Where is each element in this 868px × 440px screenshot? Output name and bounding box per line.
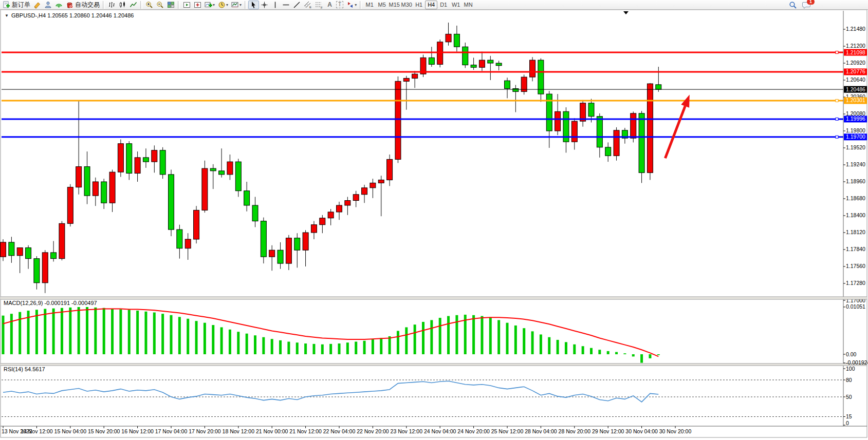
time-axis-label: 30 Nov 04:00 bbox=[625, 428, 658, 434]
price-axis-tick-label: 1.18120 bbox=[846, 229, 865, 235]
notifications-button[interactable]: 1 bbox=[801, 1, 812, 9]
pane-separator[interactable] bbox=[1, 364, 867, 366]
trendline-icon bbox=[293, 1, 301, 9]
candle-bull bbox=[202, 168, 208, 210]
candle-bear bbox=[244, 191, 250, 205]
time-axis-label: 25 Nov 12:00 bbox=[491, 428, 524, 434]
candle-bear bbox=[513, 88, 519, 91]
candle-bear bbox=[84, 167, 90, 196]
profile-button[interactable] bbox=[43, 1, 53, 9]
candle-bull bbox=[269, 250, 275, 257]
candle-bull bbox=[387, 159, 393, 180]
timeframe-h1-button[interactable]: H1 bbox=[413, 1, 425, 9]
zoom-out-button[interactable] bbox=[155, 1, 165, 9]
rsi-indicator-label: RSI(14) 54.5617 bbox=[4, 366, 45, 372]
timeframe-m15-button[interactable]: M15 bbox=[388, 1, 400, 9]
person-icon bbox=[44, 1, 52, 9]
timeframe-w1-button[interactable]: W1 bbox=[450, 1, 462, 9]
cursor-tool-button[interactable] bbox=[248, 1, 259, 9]
candle-bull bbox=[93, 182, 98, 196]
hline-handle[interactable] bbox=[836, 136, 838, 138]
candle-bull bbox=[395, 81, 401, 159]
add-indicator-button[interactable]: ▾ bbox=[203, 1, 216, 9]
time-axis-label: 16 Nov 12:00 bbox=[121, 428, 154, 434]
autotrade-button[interactable]: 自动交易 bbox=[64, 1, 101, 9]
hline-handle[interactable] bbox=[836, 51, 838, 54]
hline-handle[interactable] bbox=[836, 99, 838, 102]
candlestick-chart-button[interactable] bbox=[117, 1, 128, 9]
clock-icon bbox=[218, 1, 226, 9]
periods-button[interactable]: ▾ bbox=[216, 1, 230, 9]
line-chart-button[interactable] bbox=[128, 1, 139, 9]
text-label-tool-button[interactable]: T bbox=[335, 1, 345, 9]
signal-button[interactable] bbox=[53, 1, 64, 9]
hline-handle[interactable] bbox=[836, 118, 838, 120]
new-order-label: 新订单 bbox=[12, 1, 30, 9]
candle-bull bbox=[311, 225, 317, 233]
candle-bull bbox=[555, 111, 561, 131]
time-axis-label: 28 Nov 20:00 bbox=[559, 428, 591, 434]
search-button[interactable] bbox=[787, 1, 799, 9]
bar-chart-button[interactable] bbox=[106, 1, 117, 9]
arrows-tool-button[interactable]: ▾ bbox=[345, 1, 358, 9]
candle-bull bbox=[631, 113, 636, 138]
zoom-in-button[interactable] bbox=[144, 1, 155, 9]
candlestick-chart-icon bbox=[119, 1, 126, 9]
time-axis-label: 29 Nov 12:00 bbox=[592, 428, 624, 434]
tile-windows-icon bbox=[167, 1, 175, 9]
candle-bull bbox=[286, 238, 291, 264]
vertical-line-tool-button[interactable] bbox=[270, 1, 281, 9]
tile-windows-button[interactable] bbox=[165, 1, 176, 9]
candle-bull bbox=[67, 187, 73, 224]
price-axis-tick-label: 1.21480 bbox=[846, 26, 865, 32]
channel-tool-button[interactable]: E bbox=[302, 1, 313, 9]
terminal-window: 新订单 自动交易 bbox=[0, 0, 868, 440]
timeframe-h4-button[interactable]: H4 bbox=[425, 1, 437, 9]
search-icon bbox=[789, 1, 797, 9]
price-line-label: 1.20776 bbox=[846, 68, 865, 74]
candle-bear bbox=[235, 162, 241, 191]
timeframe-d1-button[interactable]: D1 bbox=[437, 1, 450, 9]
horizontal-line-tool-button[interactable] bbox=[281, 1, 291, 9]
text-tool-button[interactable]: A bbox=[325, 1, 335, 9]
chevron-down-icon: ▾ bbox=[355, 3, 357, 7]
price-line-label: 1.20301 bbox=[846, 97, 865, 103]
fibonacci-tool-button[interactable]: F bbox=[313, 1, 325, 9]
price-line-label: 1.20486 bbox=[846, 86, 865, 92]
crayon-button[interactable] bbox=[32, 1, 43, 9]
depth-of-market-button[interactable] bbox=[192, 1, 203, 9]
time-axis-label: 24 Nov 20:00 bbox=[457, 428, 490, 434]
rsi-axis-label: 0 bbox=[846, 420, 849, 426]
trendline-tool-button[interactable] bbox=[291, 1, 302, 9]
timeframe-mn-button[interactable]: MN bbox=[462, 1, 474, 9]
strategy-tester-button[interactable] bbox=[181, 1, 192, 9]
candle-bull bbox=[42, 253, 48, 283]
candle-bull bbox=[194, 210, 199, 239]
new-order-button[interactable]: 新订单 bbox=[1, 1, 32, 9]
toolbar-separator bbox=[245, 1, 247, 9]
price-axis-tick-label: 1.19800 bbox=[846, 127, 865, 133]
pane-separator[interactable] bbox=[1, 297, 867, 299]
crayon-icon bbox=[33, 1, 41, 9]
candle-bear bbox=[9, 242, 14, 256]
rsi-axis-label: 15 bbox=[846, 413, 852, 419]
candle-bull bbox=[647, 84, 653, 173]
candle-bull bbox=[328, 212, 334, 218]
chart-canvas: 1.214801.212001.209201.206401.203601.200… bbox=[0, 10, 868, 440]
candle-bull bbox=[185, 239, 191, 248]
candle-bull bbox=[378, 180, 384, 183]
candle-bear bbox=[169, 175, 174, 229]
timeframe-m30-button[interactable]: M30 bbox=[400, 1, 413, 9]
price-axis-tick-label: 1.18400 bbox=[846, 212, 865, 218]
time-axis-label: 30 Nov 20:00 bbox=[659, 428, 692, 434]
candle-bear bbox=[294, 238, 300, 251]
timeframe-m1-button[interactable]: M1 bbox=[363, 1, 376, 9]
chart-title-bar: ▼ GBPUSD-,H4 1.20565 1.20860 1.20446 1.2… bbox=[5, 12, 134, 18]
rsi-axis-label: 50 bbox=[846, 394, 852, 400]
time-axis-label: 17 Nov 20:00 bbox=[189, 428, 221, 434]
timeframe-m5-button[interactable]: M5 bbox=[376, 1, 388, 9]
templates-button[interactable]: ▾ bbox=[230, 1, 243, 9]
price-line-label: 1.19996 bbox=[846, 116, 865, 122]
collapse-triangle-icon[interactable]: ▼ bbox=[5, 13, 9, 18]
crosshair-tool-button[interactable] bbox=[259, 1, 270, 9]
